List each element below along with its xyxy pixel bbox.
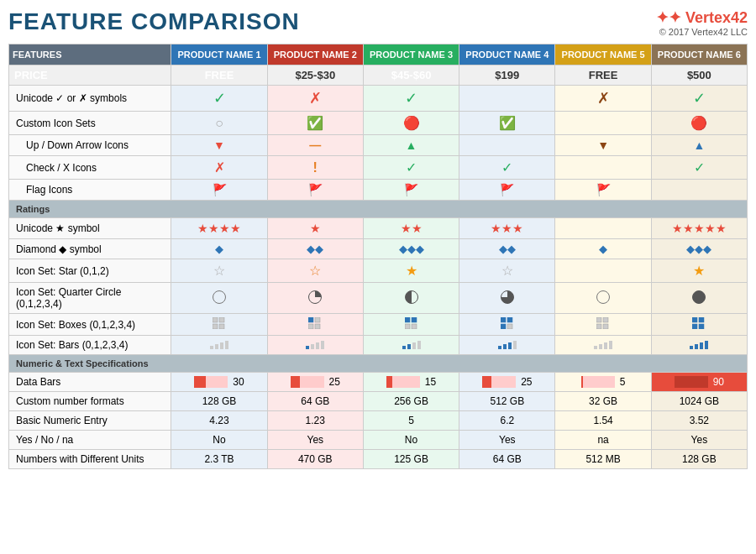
svg-rect-11 — [412, 324, 417, 329]
bars-p3 — [363, 336, 459, 355]
unicode-p5: ✗ — [555, 86, 651, 112]
check-green-icon: ✓ — [406, 160, 417, 175]
diamond-p2: ◆◆ — [267, 239, 363, 259]
boxes-p2 — [267, 314, 363, 336]
custom-icon-label: Custom Icon Sets — [9, 112, 171, 135]
price-p6: $500 — [651, 65, 747, 86]
bars-row: Icon Set: Bars (0,1,2,3,4) — [9, 336, 748, 355]
bar4 — [225, 341, 228, 349]
cross-circle-icon: 🔴 — [403, 116, 420, 130]
data-bars-row: Data Bars 30 25 — [9, 373, 748, 392]
bars-icon-p1 — [176, 341, 261, 349]
product1-header: PRODUCT NAME 1 — [171, 44, 267, 65]
unicode-star-label: Unicode ★ symbol — [9, 218, 171, 239]
bar-value-p6: 90 — [713, 376, 724, 388]
basic-numeric-label: Basic Numeric Entry — [9, 411, 171, 431]
units-label: Numbers with Different Units — [9, 450, 171, 469]
yn-p2: Yes — [267, 431, 363, 450]
bn-p1: 4.23 — [171, 411, 267, 431]
bar-fill-p1 — [194, 376, 205, 388]
diamond-p1: ◆ — [171, 239, 267, 259]
star-p1: ★★★★ — [171, 218, 267, 239]
bar1 — [594, 346, 597, 349]
data-bar-p4: 25 — [459, 373, 555, 392]
check-green-icon: ✓ — [694, 160, 705, 175]
boxes-p4 — [459, 314, 555, 336]
features-header: FEATURES — [9, 44, 171, 65]
icon-star-p6: ★ — [651, 259, 747, 283]
bar4 — [705, 341, 708, 349]
quarter-circle-empty — [596, 290, 610, 304]
arrow-p1: ▼ — [171, 135, 267, 156]
excl-icon: ! — [313, 160, 318, 175]
product2-header: PRODUCT NAME 2 — [267, 44, 363, 65]
checkx-p5 — [555, 156, 651, 180]
price-p5: FREE — [555, 65, 651, 86]
bar2 — [695, 344, 698, 349]
logo-red: 2 — [739, 9, 748, 26]
bar2 — [503, 344, 507, 349]
star-p4: ★★★ — [459, 218, 555, 239]
qc-p3 — [363, 283, 459, 314]
checkx-p4: ✓ — [459, 156, 555, 180]
data-bar-p6: 90 — [651, 373, 747, 392]
arrow-p2: — — [267, 135, 363, 156]
bar-fill-p6 — [675, 376, 708, 388]
checkx-p2: ! — [267, 156, 363, 180]
bar2 — [215, 344, 218, 349]
numeric-section-label: Numeric & Text Specifications — [9, 355, 748, 373]
bars-p4 — [459, 336, 555, 355]
svg-rect-13 — [507, 317, 512, 322]
boxes-row: Icon Set: Boxes (0,1,2,3,4) — [9, 314, 748, 336]
bn-p5: 1.54 — [555, 411, 651, 431]
cn-p4: 512 GB — [459, 392, 555, 411]
svg-rect-16 — [596, 317, 601, 322]
star-icon: ★ — [310, 222, 321, 235]
basic-numeric-row: Basic Numeric Entry 4.23 1.23 5 6.2 1.54… — [9, 411, 748, 431]
price-p1: FREE — [171, 65, 267, 86]
bar-value-p2: 25 — [329, 376, 340, 388]
diamond-p5: ◆ — [555, 239, 651, 259]
check-circle-icon: ✅ — [307, 116, 323, 130]
unicode-check-row: Unicode ✓ or ✗ symbols ✓ ✗ ✓ ✗ ✓ — [9, 86, 748, 112]
cross-icon: ✗ — [309, 90, 322, 107]
column-header-row: FEATURES PRODUCT NAME 1 PRODUCT NAME 2 P… — [9, 44, 748, 65]
bar1 — [690, 346, 693, 349]
flag-p4: 🚩 — [459, 180, 555, 201]
bar-value-p1: 30 — [233, 376, 244, 388]
icon-star-p2: ☆ — [267, 259, 363, 283]
flag-green-icon: 🚩 — [404, 183, 418, 196]
svg-rect-12 — [501, 317, 506, 322]
unicode-p1: ✓ — [171, 86, 267, 112]
bar1 — [306, 346, 309, 349]
quarter-circle-row: Icon Set: Quarter Circle (0,1,2,3,4) — [9, 283, 748, 314]
data-bar-cell-p4: 25 — [465, 376, 549, 388]
data-bar-p1: 30 — [171, 373, 267, 392]
flag-orange-icon: 🚩 — [308, 183, 323, 196]
flag-p3: 🚩 — [363, 180, 459, 201]
unicode-check-label: Unicode ✓ or ✗ symbols — [9, 86, 171, 112]
quarter-circle-empty — [213, 290, 226, 304]
bn-p2: 1.23 — [267, 411, 363, 431]
product6-header: PRODUCT NAME 6 — [651, 44, 747, 65]
bar2 — [599, 344, 602, 349]
ratings-section-row: Ratings — [9, 201, 748, 218]
checkx-p3: ✓ — [363, 156, 459, 180]
diamond-p6: ◆◆◆ — [651, 239, 747, 259]
bar3 — [508, 342, 512, 349]
comparison-table: FEATURES PRODUCT NAME 1 PRODUCT NAME 2 P… — [8, 44, 748, 469]
data-bar-p3: 15 — [363, 373, 459, 392]
svg-rect-10 — [405, 324, 410, 329]
custom-icon-sets-row: Custom Icon Sets ○ ✅ 🔴 ✅ 🔴 — [9, 112, 748, 135]
diamond-icon: ◆ — [599, 243, 607, 255]
arrow-p5: ▼ — [555, 135, 651, 156]
custom-number-label: Custom number formats — [9, 392, 171, 411]
qc-p4 — [459, 283, 555, 314]
bars-icon-p3 — [369, 341, 454, 349]
yn-p6: Yes — [651, 431, 747, 450]
yn-p5: na — [555, 431, 651, 450]
svg-rect-17 — [603, 317, 608, 322]
svg-rect-15 — [507, 324, 512, 329]
qc-p5 — [555, 283, 651, 314]
svg-rect-3 — [219, 324, 224, 329]
